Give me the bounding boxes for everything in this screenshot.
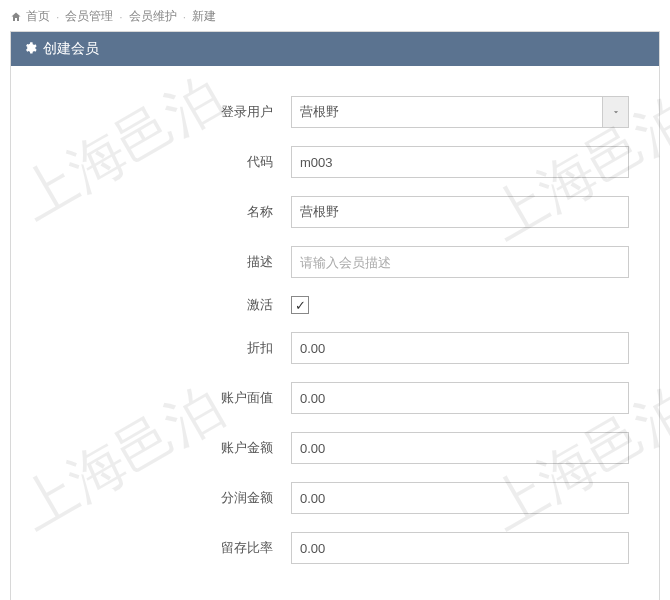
label-name: 名称 [31, 203, 291, 221]
label-description: 描述 [31, 253, 291, 271]
profit-share-amount-input[interactable] [291, 482, 629, 514]
gear-icon [23, 41, 37, 58]
check-icon: ✓ [295, 298, 306, 313]
breadcrumb-separator: · [183, 10, 186, 24]
form-row-discount: 折扣 [31, 332, 639, 364]
form-row-login-user: 登录用户 营根野 [31, 96, 639, 128]
account-amount-input[interactable] [291, 432, 629, 464]
breadcrumb-separator: · [119, 10, 122, 24]
label-discount: 折扣 [31, 339, 291, 357]
form-row-description: 描述 [31, 246, 639, 278]
login-user-select[interactable]: 营根野 [291, 96, 629, 128]
label-profit-share-amount: 分润金额 [31, 489, 291, 507]
breadcrumb: 首页 · 会员管理 · 会员维护 · 新建 [0, 0, 670, 31]
breadcrumb-home[interactable]: 首页 [26, 8, 50, 25]
form-actions: 保存 返回列表 [31, 582, 639, 600]
breadcrumb-level1[interactable]: 会员管理 [65, 8, 113, 25]
breadcrumb-current: 新建 [192, 8, 216, 25]
code-input[interactable] [291, 146, 629, 178]
form-row-code: 代码 [31, 146, 639, 178]
breadcrumb-level2[interactable]: 会员维护 [129, 8, 177, 25]
label-retain-ratio: 留存比率 [31, 539, 291, 557]
login-user-value: 营根野 [300, 103, 339, 121]
retain-ratio-input[interactable] [291, 532, 629, 564]
active-checkbox[interactable]: ✓ [291, 296, 309, 314]
form-row-profit-share-amount: 分润金额 [31, 482, 639, 514]
form-row-account-face-value: 账户面值 [31, 382, 639, 414]
label-active: 激活 [31, 296, 291, 314]
form-row-account-amount: 账户金额 [31, 432, 639, 464]
panel-header: 创建会员 [11, 32, 659, 66]
panel: 创建会员 登录用户 营根野 代码 名称 [10, 31, 660, 600]
label-login-user: 登录用户 [31, 103, 291, 121]
breadcrumb-separator: · [56, 10, 59, 24]
form-row-retain-ratio: 留存比率 [31, 532, 639, 564]
home-icon [10, 10, 22, 24]
form-row-name: 名称 [31, 196, 639, 228]
discount-input[interactable] [291, 332, 629, 364]
label-account-amount: 账户金额 [31, 439, 291, 457]
form-row-active: 激活 ✓ [31, 296, 639, 314]
panel-title: 创建会员 [43, 40, 99, 58]
name-input[interactable] [291, 196, 629, 228]
label-code: 代码 [31, 153, 291, 171]
description-input[interactable] [291, 246, 629, 278]
chevron-down-icon [602, 97, 628, 127]
panel-body: 登录用户 营根野 代码 名称 [11, 66, 659, 600]
account-face-value-input[interactable] [291, 382, 629, 414]
label-account-face-value: 账户面值 [31, 389, 291, 407]
